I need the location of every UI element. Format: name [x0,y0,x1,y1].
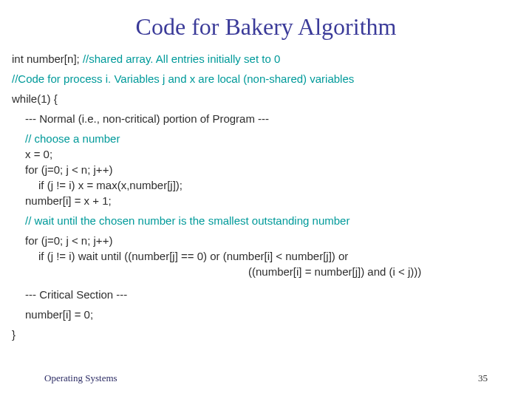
code-comment: // wait until the chosen number is the s… [12,213,520,228]
code-line: for (j=0; j < n; j++) [12,162,520,177]
code-line: if (j != i) wait until ((number[j] == 0)… [12,248,520,264]
code-line: --- Normal (i.e., non-critical) portion … [12,111,520,126]
code-line: number[i] = 0; [12,307,520,322]
footer-text: Operating Systems [44,372,117,384]
code-comment: //shared array. All entries initially se… [83,52,280,65]
code-block: int number[n]; //shared array. All entri… [0,51,532,342]
code-line: number[i] = x + 1; [12,193,520,208]
code-comment: //Code for process i. Variables j and x … [12,71,520,86]
code-line: --- Critical Section --- [12,287,520,302]
code-line: if (j != i) x = max(x,number[j]); [12,177,520,193]
slide-title: Code for Bakery Algorithm [0,0,532,51]
code-line: for (j=0; j < n; j++) [12,233,520,248]
code-comment: // choose a number [12,131,520,146]
page-number: 35 [478,372,488,384]
code-line: ((number[i] = number[j]) and (i < j))) [12,264,520,279]
code-text: int number[n]; [12,52,83,65]
code-line: x = 0; [12,146,520,162]
code-line: } [12,327,520,342]
code-line: while(1) { [12,91,520,106]
code-line: int number[n]; //shared array. All entri… [12,51,520,66]
